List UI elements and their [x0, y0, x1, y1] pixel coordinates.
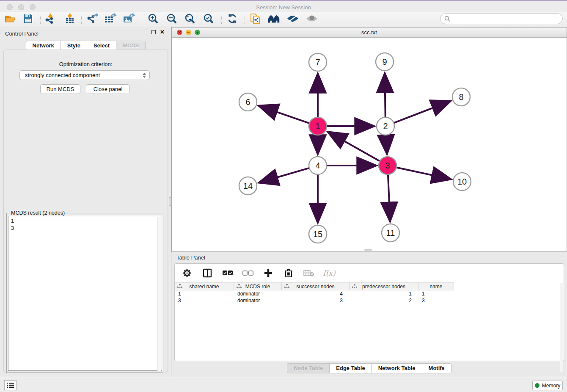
network-frame-titlebar: ✕ − ＋ scc.txt: [172, 28, 567, 38]
deselect-all-icon[interactable]: [242, 268, 253, 279]
column-header-predecessor-nodes[interactable]: predecessor nodes: [350, 282, 418, 290]
zoom-selected-icon[interactable]: [202, 13, 215, 25]
result-scrollbar[interactable]: [157, 217, 161, 371]
canvas-scrollbar-handle[interactable]: [364, 249, 372, 251]
zoom-out-icon[interactable]: [165, 13, 179, 25]
criterion-select[interactable]: strongly connected component: [19, 70, 150, 80]
graph-node-4[interactable]: 4: [309, 157, 327, 174]
graph-edge-3-1[interactable]: [328, 132, 380, 161]
refresh-icon[interactable]: [226, 13, 239, 25]
float-panel-icon[interactable]: [151, 30, 156, 34]
table-scrollbar[interactable]: [560, 283, 563, 372]
column-header-shared-name[interactable]: shared name: [175, 282, 234, 290]
svg-text:14: 14: [243, 181, 253, 190]
zoom-in-icon[interactable]: [146, 13, 160, 25]
column-header-name[interactable]: name: [418, 282, 454, 290]
save-session-icon[interactable]: [21, 13, 35, 25]
column-header-MCDS-role[interactable]: MCDS role: [234, 282, 282, 290]
table-row[interactable]: 1dominator411: [175, 290, 564, 297]
svg-text:8: 8: [459, 92, 463, 102]
svg-text:9: 9: [382, 57, 387, 66]
table-header-row: shared nameMCDS rolesuccessor nodesprede…: [175, 282, 564, 290]
graph-edge-1-6[interactable]: [259, 105, 310, 123]
run-mcds-button[interactable]: Run MCDS: [40, 84, 80, 94]
graph-node-1[interactable]: 1: [309, 117, 327, 135]
tab-edge-table[interactable]: Edge Table: [329, 363, 372, 373]
open-session-icon[interactable]: [3, 13, 17, 25]
criterion-value: strongly connected component: [25, 72, 100, 78]
tab-network-table[interactable]: Network Table: [372, 363, 422, 373]
table-cell: 3: [175, 297, 234, 304]
graph-node-3[interactable]: 3: [379, 157, 396, 174]
svg-text:11: 11: [386, 228, 395, 237]
export-network-icon[interactable]: [85, 13, 99, 25]
window-title: Session: New Session: [0, 4, 567, 11]
tab-style[interactable]: Style: [61, 41, 87, 50]
control-panel-tabs: NetworkStyleSelectMCDS: [0, 41, 171, 50]
graph-node-8[interactable]: 8: [452, 88, 470, 106]
table-panel-title: Table Panel: [176, 254, 205, 261]
memory-button[interactable]: Memory: [532, 381, 563, 390]
network-view-frame: ✕ − ＋ scc.txt 7968124314101511: [171, 27, 567, 252]
tab-node-table[interactable]: Node Table: [287, 363, 330, 373]
network-frame-title: scc.txt: [172, 29, 567, 36]
hide-selected-icon[interactable]: [286, 13, 300, 25]
export-table-icon[interactable]: [104, 13, 117, 25]
export-image-icon[interactable]: [122, 13, 136, 25]
graph-edge-3-11[interactable]: [388, 174, 390, 222]
search-field[interactable]: [440, 13, 563, 24]
close-panel-icon[interactable]: ✕: [160, 30, 165, 34]
add-column-icon[interactable]: [263, 268, 274, 279]
graph-edge-2-8[interactable]: [394, 101, 451, 123]
mcds-result-group: MCDS result (2 nodes) 1 3: [6, 213, 163, 373]
import-table-icon[interactable]: [63, 13, 77, 25]
import-network-icon[interactable]: [43, 13, 57, 25]
clone-network-icon[interactable]: [249, 13, 262, 25]
graph-node-2[interactable]: 2: [377, 117, 394, 135]
split-panel-icon[interactable]: [202, 268, 213, 279]
svg-text:15: 15: [313, 229, 322, 239]
zoom-fit-icon[interactable]: [183, 13, 197, 25]
node-table-card: f(x) shared nameMCDS rolesuccessor nodes…: [174, 263, 564, 361]
mcds-panel: Optimization criterion: strongly connect…: [3, 50, 168, 372]
graph-edge-3-10[interactable]: [396, 167, 451, 179]
graph-node-15[interactable]: 15: [309, 225, 327, 243]
select-all-icon[interactable]: [222, 268, 233, 279]
close-panel-button[interactable]: Close panel: [86, 84, 130, 94]
optimization-criterion-label: Optimization criterion:: [4, 61, 168, 67]
tab-mcds[interactable]: MCDS: [116, 41, 146, 50]
task-history-button[interactable]: [4, 380, 17, 390]
graph-node-14[interactable]: 14: [239, 177, 257, 195]
tab-network[interactable]: Network: [26, 41, 61, 50]
main-toolbar: [0, 11, 567, 26]
table-cell: 1: [175, 290, 234, 297]
graph-node-10[interactable]: 10: [453, 173, 471, 190]
graph-node-11[interactable]: 11: [382, 224, 399, 242]
svg-text:3: 3: [385, 161, 390, 170]
graph-node-6[interactable]: 6: [239, 93, 257, 111]
svg-text:6: 6: [245, 97, 250, 107]
graph-node-7[interactable]: 7: [309, 53, 327, 71]
svg-text:10: 10: [457, 177, 467, 186]
graph-edge-2-9[interactable]: [385, 73, 385, 117]
column-label: predecessor nodes: [362, 284, 405, 290]
table-cell: dominator: [234, 290, 282, 297]
table-toolbar: f(x): [175, 264, 564, 282]
tab-select[interactable]: Select: [87, 41, 116, 50]
tab-motifs[interactable]: Motifs: [422, 363, 451, 373]
settings-gear-icon[interactable]: [182, 268, 193, 279]
graph-node-9[interactable]: 9: [376, 53, 394, 71]
graph-edge-2-3[interactable]: [386, 135, 387, 155]
graph-edge-4-14[interactable]: [259, 168, 309, 183]
network-canvas[interactable]: 7968124314101511: [172, 38, 567, 251]
first-neighbors-icon[interactable]: [267, 13, 281, 25]
toolbar-separator: [245, 14, 245, 24]
table-row[interactable]: 3dominator323: [175, 297, 564, 304]
delete-column-icon[interactable]: [283, 268, 294, 279]
show-all-icon[interactable]: [305, 13, 319, 25]
svg-text:2: 2: [383, 121, 388, 131]
search-input[interactable]: [451, 14, 562, 23]
svg-text:4: 4: [315, 161, 320, 170]
column-header-successor-nodes[interactable]: successor nodes: [282, 282, 350, 290]
mcds-result-text[interactable]: 1 3: [8, 216, 162, 371]
